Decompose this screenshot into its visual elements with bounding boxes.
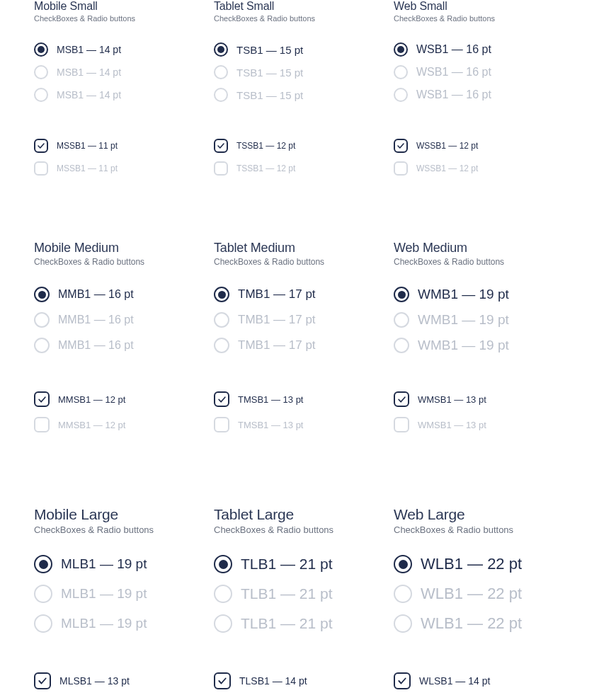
checkbox-option[interactable]: TMSB1 — 13 pt — [214, 391, 385, 407]
radio-empty-icon — [214, 338, 229, 353]
radio-option[interactable]: MLB1 — 19 pt — [34, 614, 205, 633]
checkbox-option[interactable]: MSSB1 — 11 pt — [34, 139, 205, 153]
radio-option[interactable]: WMB1 — 19 pt — [394, 312, 565, 328]
radio-option[interactable]: MLB1 — 19 pt — [34, 585, 205, 603]
section-small-col1: Tablet SmallCheckBoxes & Radio buttonsTS… — [214, 0, 385, 184]
checkbox-label: TMSB1 — 13 pt — [238, 420, 303, 430]
checkbox-option[interactable]: WMSB1 — 13 pt — [394, 417, 565, 432]
radio-label: MLB1 — 19 pt — [61, 586, 147, 602]
radio-option[interactable]: TMB1 — 17 pt — [214, 287, 385, 302]
radio-selected-icon — [394, 555, 412, 573]
checkbox-checked-icon — [394, 391, 409, 407]
radio-selected-icon — [34, 287, 50, 302]
section-title: Web Large — [394, 506, 565, 523]
checkbox-option[interactable]: WSSB1 — 12 pt — [394, 139, 565, 153]
checkbox-option[interactable]: TLSB1 — 14 pt — [214, 672, 385, 689]
radio-empty-icon — [34, 585, 52, 603]
checkbox-label: MSSB1 — 11 pt — [57, 163, 118, 173]
radio-empty-icon — [214, 65, 228, 79]
radio-label: MMB1 — 16 pt — [58, 314, 134, 326]
checkbox-empty-icon — [34, 161, 48, 176]
radio-option[interactable]: MSB1 — 14 pt — [34, 42, 205, 57]
radio-option[interactable]: MMB1 — 16 pt — [34, 338, 205, 353]
radio-selected-icon — [214, 42, 228, 57]
radio-label: MLB1 — 19 pt — [61, 556, 147, 572]
checkbox-group: TSSB1 — 12 ptTSSB1 — 12 pt — [214, 139, 385, 184]
radio-group: WLB1 — 22 ptWLB1 — 22 ptWLB1 — 22 pt — [394, 555, 565, 644]
checkbox-checked-icon — [394, 139, 408, 153]
radio-group: MSB1 — 14 ptMSB1 — 14 ptMSB1 — 14 pt — [34, 42, 205, 110]
radio-empty-icon — [214, 585, 232, 603]
section-subtitle: CheckBoxes & Radio buttons — [34, 14, 205, 23]
section-large-col2: Web LargeCheckBoxes & Radio buttonsWLB1 … — [394, 442, 565, 700]
radio-option[interactable]: WSB1 — 16 pt — [394, 88, 565, 102]
radio-group: MLB1 — 19 ptMLB1 — 19 ptMLB1 — 19 pt — [34, 555, 205, 644]
radio-label: MSB1 — 14 pt — [57, 44, 121, 55]
radio-option[interactable]: MSB1 — 14 pt — [34, 88, 205, 102]
radio-option[interactable]: TSB1 — 15 pt — [214, 65, 385, 79]
radio-label: WSB1 — 16 pt — [416, 66, 491, 79]
radio-group: TLB1 — 21 ptTLB1 — 21 ptTLB1 — 21 pt — [214, 555, 385, 644]
checkbox-label: TSSB1 — 12 pt — [236, 141, 295, 151]
checkbox-option[interactable]: TMSB1 — 13 pt — [214, 417, 385, 432]
radio-label: MLB1 — 19 pt — [61, 616, 147, 631]
checkbox-group: WSSB1 — 12 ptWSSB1 — 12 pt — [394, 139, 565, 184]
checkbox-group: TMSB1 — 13 ptTMSB1 — 13 pt — [214, 391, 385, 442]
checkbox-option[interactable]: MMSB1 — 12 pt — [34, 391, 205, 407]
radio-label: WSB1 — 16 pt — [416, 88, 491, 101]
radio-option[interactable]: MMB1 — 16 pt — [34, 287, 205, 302]
radio-option[interactable]: TLB1 — 21 pt — [214, 555, 385, 573]
radio-option[interactable]: WSB1 — 16 pt — [394, 42, 565, 57]
checkbox-label: MMSB1 — 12 pt — [58, 394, 125, 405]
checkbox-label: TLSB1 — 14 pt — [239, 675, 307, 687]
radio-option[interactable]: TSB1 — 15 pt — [214, 42, 385, 57]
radio-selected-icon — [394, 287, 409, 302]
radio-option[interactable]: WLB1 — 22 pt — [394, 555, 565, 573]
checkbox-group: WLSB1 — 14 ptWLSB1 — 14 pt — [394, 672, 565, 700]
radio-option[interactable]: WLB1 — 22 pt — [394, 614, 565, 633]
checkbox-checked-icon — [214, 672, 231, 689]
radio-option[interactable]: TLB1 — 21 pt — [214, 585, 385, 603]
checkbox-label: WMSB1 — 13 pt — [418, 394, 486, 405]
radio-option[interactable]: WMB1 — 19 pt — [394, 287, 565, 302]
checkbox-checked-icon — [214, 391, 229, 407]
radio-option[interactable]: MSB1 — 14 pt — [34, 65, 205, 79]
checkbox-option[interactable]: WSSB1 — 12 pt — [394, 161, 565, 176]
radio-option[interactable]: TMB1 — 17 pt — [214, 312, 385, 328]
checkbox-group: MLSB1 — 13 ptMLSB1 — 13 pt — [34, 672, 205, 700]
checkbox-option[interactable]: MLSB1 — 13 pt — [34, 672, 205, 689]
radio-option[interactable]: WSB1 — 16 pt — [394, 65, 565, 79]
radio-option[interactable]: WMB1 — 19 pt — [394, 338, 565, 353]
checkbox-label: TMSB1 — 13 pt — [238, 394, 303, 405]
checkbox-option[interactable]: MSSB1 — 11 pt — [34, 161, 205, 176]
checkbox-option[interactable]: WMSB1 — 13 pt — [394, 391, 565, 407]
checkbox-empty-icon — [394, 417, 409, 432]
section-title: Mobile Large — [34, 506, 205, 523]
checkbox-empty-icon — [34, 417, 50, 432]
section-subtitle: CheckBoxes & Radio buttons — [394, 524, 565, 535]
checkbox-option[interactable]: TSSB1 — 12 pt — [214, 139, 385, 153]
checkbox-label: WSSB1 — 12 pt — [416, 163, 478, 173]
checkbox-option[interactable]: WLSB1 — 14 pt — [394, 672, 565, 689]
radio-empty-icon — [394, 88, 408, 102]
radio-selected-icon — [34, 555, 52, 573]
radio-label: MMB1 — 16 pt — [58, 339, 134, 352]
radio-empty-icon — [34, 312, 50, 328]
section-subtitle: CheckBoxes & Radio buttons — [214, 524, 385, 535]
radio-option[interactable]: WLB1 — 22 pt — [394, 585, 565, 603]
checkbox-checked-icon — [214, 139, 228, 153]
section-subtitle: CheckBoxes & Radio buttons — [214, 257, 385, 267]
checkbox-option[interactable]: MMSB1 — 12 pt — [34, 417, 205, 432]
radio-option[interactable]: TLB1 — 21 pt — [214, 614, 385, 633]
section-subtitle: CheckBoxes & Radio buttons — [214, 14, 385, 23]
radio-option[interactable]: TMB1 — 17 pt — [214, 338, 385, 353]
radio-option[interactable]: MLB1 — 19 pt — [34, 555, 205, 573]
checkbox-option[interactable]: TSSB1 — 12 pt — [214, 161, 385, 176]
radio-label: TLB1 — 21 pt — [241, 615, 333, 632]
radio-label: WMB1 — 19 pt — [418, 287, 509, 302]
radio-empty-icon — [34, 88, 48, 102]
radio-option[interactable]: MMB1 — 16 pt — [34, 312, 205, 328]
radio-option[interactable]: TSB1 — 15 pt — [214, 88, 385, 102]
checkbox-label: MSSB1 — 11 pt — [57, 141, 118, 151]
section-title: Tablet Large — [214, 506, 385, 523]
